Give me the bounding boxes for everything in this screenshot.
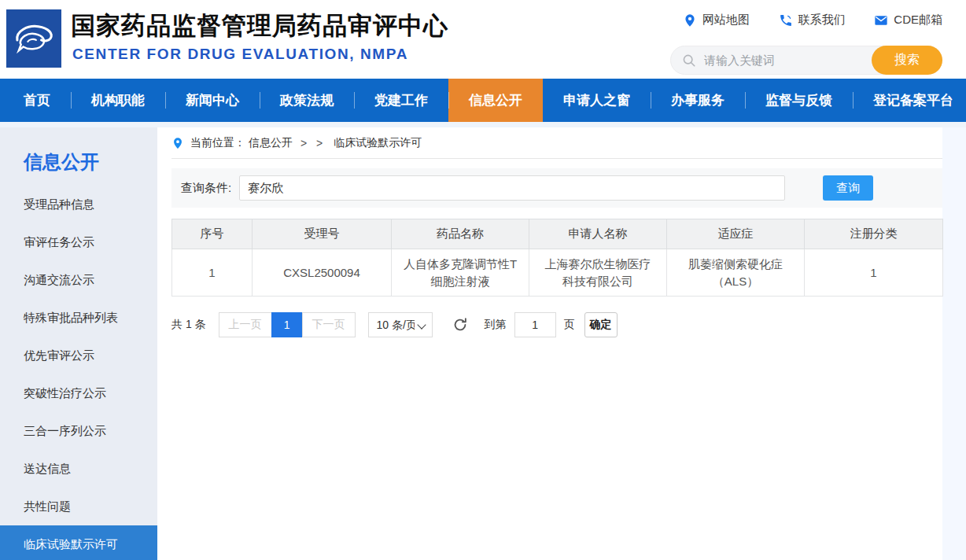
next-page-button[interactable]: 下一页 xyxy=(302,312,356,337)
cell-indication: 肌萎缩侧索硬化症（ALS） xyxy=(667,249,805,297)
sidebar-item-priority-review[interactable]: 优先审评公示 xyxy=(0,337,157,374)
cde-logo xyxy=(6,9,61,68)
search-icon xyxy=(682,53,696,68)
site-header: 国家药品监督管理局药品审评中心 CENTER FOR DRUG EVALUATI… xyxy=(0,0,966,79)
mailbox-link-label: CDE邮箱 xyxy=(894,13,942,28)
main-nav: 首页 机构职能 新闻中心 政策法规 党建工作 信息公开 申请人之窗 办事服务 监… xyxy=(0,79,966,122)
site-subtitle: CENTER FOR DRUG EVALUATION, NMPA xyxy=(72,46,408,63)
nav-item-news[interactable]: 新闻中心 xyxy=(165,79,260,122)
page-buttons: 上一页 1 下一页 xyxy=(219,312,356,337)
sidebar-item-three-in-one[interactable]: 三合一序列公示 xyxy=(0,412,157,450)
mail-icon xyxy=(874,13,888,28)
sidebar-item-review-tasks[interactable]: 审评任务公示 xyxy=(0,223,157,261)
nav-bottom-strip xyxy=(0,122,966,127)
breadcrumb-section[interactable]: 信息公开 xyxy=(249,136,293,150)
cell-drug-name: 人自体多克隆调节性T细胞注射液 xyxy=(392,249,529,297)
sidebar-item-common-issues[interactable]: 共性问题 xyxy=(0,488,157,525)
breadcrumb: 当前位置：信息公开 > > 临床试验默示许可 xyxy=(171,127,942,159)
sidebar-item-communication[interactable]: 沟通交流公示 xyxy=(0,261,157,299)
sidebar-item-special-approval[interactable]: 特殊审批品种列表 xyxy=(0,299,157,337)
pagination: 共 1 条 上一页 1 下一页 10 条/页 到第 页 确定 xyxy=(171,312,942,337)
nav-item-info-disclosure[interactable]: 信息公开 xyxy=(448,79,543,122)
total-count: 共 1 条 xyxy=(171,318,206,332)
sitemap-link-label: 网站地图 xyxy=(702,13,750,28)
refresh-icon[interactable] xyxy=(452,316,469,333)
cell-acceptance-no: CXSL2500094 xyxy=(253,249,392,297)
sidebar-item-breakthrough-therapy[interactable]: 突破性治疗公示 xyxy=(0,374,157,412)
nav-item-policies[interactable]: 政策法规 xyxy=(260,79,354,122)
nav-item-party[interactable]: 党建工作 xyxy=(354,79,448,122)
cell-applicant: 上海赛尔欣生物医疗科技有限公司 xyxy=(529,249,667,297)
col-header-registration-class: 注册分类 xyxy=(805,219,943,249)
col-header-indication: 适应症 xyxy=(667,219,805,249)
sidebar-title: 信息公开 xyxy=(0,127,157,186)
search-button[interactable]: 搜索 xyxy=(872,46,942,75)
site-search: 搜索 xyxy=(670,46,942,75)
main-content: 当前位置：信息公开 > > 临床试验默示许可 查询条件: 查询 序号 受理号 药… xyxy=(171,127,942,337)
confirm-button[interactable]: 确定 xyxy=(584,312,618,337)
query-input[interactable] xyxy=(239,175,785,201)
col-header-applicant: 申请人名称 xyxy=(529,219,667,249)
page: 国家药品监督管理局药品审评中心 CENTER FOR DRUG EVALUATI… xyxy=(0,0,966,560)
query-label: 查询条件: xyxy=(181,181,231,196)
nav-item-home[interactable]: 首页 xyxy=(3,79,71,122)
contact-link[interactable]: 联系我们 xyxy=(779,13,846,28)
nav-item-supervision[interactable]: 监督与反馈 xyxy=(745,79,853,122)
cell-index: 1 xyxy=(172,249,253,297)
table-header-row: 序号 受理号 药品名称 申请人名称 适应症 注册分类 xyxy=(172,219,943,249)
right-margin-strip xyxy=(942,127,966,560)
sidebar: 信息公开 受理品种信息 审评任务公示 沟通交流公示 特殊审批品种列表 优先审评公… xyxy=(0,127,157,560)
sidebar-item-clinical-trial-implied-license[interactable]: 临床试验默示许可 xyxy=(0,525,157,560)
col-header-drug-name: 药品名称 xyxy=(392,219,529,249)
col-header-index: 序号 xyxy=(172,219,253,249)
sitemap-link[interactable]: 网站地图 xyxy=(683,13,750,28)
goto-label: 到第 xyxy=(485,318,507,332)
nav-item-services[interactable]: 办事服务 xyxy=(651,79,745,122)
page-size-wrap: 10 条/页 xyxy=(368,312,433,337)
query-bar: 查询条件: 查询 xyxy=(171,168,942,208)
phone-icon xyxy=(779,13,793,28)
prev-page-button[interactable]: 上一页 xyxy=(219,312,272,337)
nav-item-applicant-window[interactable]: 申请人之窗 xyxy=(543,79,651,122)
site-title: 国家药品监督管理局药品审评中心 xyxy=(71,9,448,42)
results-table: 序号 受理号 药品名称 申请人名称 适应症 注册分类 1 CXSL2500094… xyxy=(171,219,943,297)
search-input[interactable] xyxy=(696,53,872,67)
contact-link-label: 联系我们 xyxy=(798,13,846,28)
page-word: 页 xyxy=(564,318,575,332)
page-size-select[interactable]: 10 条/页 xyxy=(368,312,433,337)
breadcrumb-current: 临床试验默示许可 xyxy=(334,136,422,150)
breadcrumb-pin-icon xyxy=(171,137,184,149)
nav-item-functions[interactable]: 机构职能 xyxy=(71,79,165,122)
top-links: 网站地图 联系我们 CDE邮箱 xyxy=(683,13,942,28)
table-row: 1 CXSL2500094 人自体多克隆调节性T细胞注射液 上海赛尔欣生物医疗科… xyxy=(172,249,943,297)
nav-item-registration-platform[interactable]: 登记备案平台 xyxy=(853,79,966,122)
sidebar-item-delivery-info[interactable]: 送达信息 xyxy=(0,450,157,488)
cde-logo-icon xyxy=(11,20,57,57)
location-pin-icon xyxy=(683,13,697,28)
mailbox-link[interactable]: CDE邮箱 xyxy=(874,13,942,28)
breadcrumb-separator: > > xyxy=(300,137,326,149)
goto-page-input[interactable] xyxy=(514,312,556,337)
query-button[interactable]: 查询 xyxy=(823,175,873,201)
sidebar-item-accepted-varieties[interactable]: 受理品种信息 xyxy=(0,186,157,223)
cell-registration-class: 1 xyxy=(805,249,943,297)
breadcrumb-label: 当前位置： xyxy=(190,136,245,150)
col-header-acceptance-no: 受理号 xyxy=(253,219,392,249)
page-number-button[interactable]: 1 xyxy=(271,312,303,337)
